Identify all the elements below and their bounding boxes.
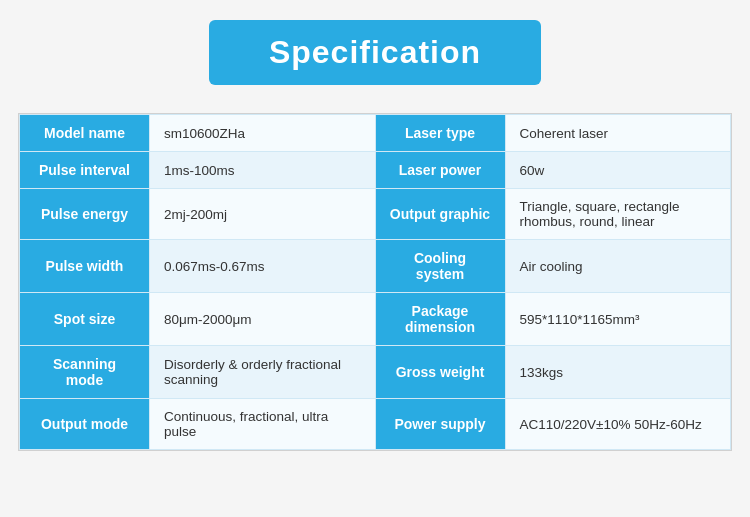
spec-table-container: Model namesm10600ZHaLaser typeCoherent l… xyxy=(18,113,732,451)
right-label-cell: Package dimension xyxy=(375,293,505,346)
right-value-cell: AC110/220V±10% 50Hz-60Hz xyxy=(505,399,731,450)
left-label-cell: Scanning mode xyxy=(20,346,150,399)
left-label-cell: Model name xyxy=(20,115,150,152)
table-row: Pulse width0.067ms-0.67msCooling systemA… xyxy=(20,240,731,293)
right-label-cell: Gross weight xyxy=(375,346,505,399)
title-section: Specification xyxy=(0,20,750,85)
left-label-cell: Pulse interval xyxy=(20,152,150,189)
right-value-cell: Air cooling xyxy=(505,240,731,293)
left-value-cell: 2mj-200mj xyxy=(150,189,376,240)
left-value-cell: Continuous, fractional, ultra pulse xyxy=(150,399,376,450)
page-wrapper: Specification Model namesm10600ZHaLaser … xyxy=(0,0,750,471)
left-value-cell: Disorderly & orderly fractional scanning xyxy=(150,346,376,399)
right-label-cell: Laser type xyxy=(375,115,505,152)
table-row: Pulse energy2mj-200mjOutput graphicTrian… xyxy=(20,189,731,240)
right-value-cell: Triangle, square, rectangle rhombus, rou… xyxy=(505,189,731,240)
left-label-cell: Spot size xyxy=(20,293,150,346)
left-label-cell: Output mode xyxy=(20,399,150,450)
right-value-cell: 60w xyxy=(505,152,731,189)
left-value-cell: sm10600ZHa xyxy=(150,115,376,152)
table-row: Output modeContinuous, fractional, ultra… xyxy=(20,399,731,450)
table-row: Model namesm10600ZHaLaser typeCoherent l… xyxy=(20,115,731,152)
right-value-cell: Coherent laser xyxy=(505,115,731,152)
table-row: Scanning modeDisorderly & orderly fracti… xyxy=(20,346,731,399)
right-value-cell: 595*1110*1165mm³ xyxy=(505,293,731,346)
table-row: Pulse interval1ms-100msLaser power60w xyxy=(20,152,731,189)
right-value-cell: 133kgs xyxy=(505,346,731,399)
table-row: Spot size80μm-2000μmPackage dimension595… xyxy=(20,293,731,346)
left-value-cell: 0.067ms-0.67ms xyxy=(150,240,376,293)
right-label-cell: Power supply xyxy=(375,399,505,450)
left-value-cell: 1ms-100ms xyxy=(150,152,376,189)
left-value-cell: 80μm-2000μm xyxy=(150,293,376,346)
page-title: Specification xyxy=(209,20,541,85)
spec-table: Model namesm10600ZHaLaser typeCoherent l… xyxy=(19,114,731,450)
right-label-cell: Cooling system xyxy=(375,240,505,293)
right-label-cell: Output graphic xyxy=(375,189,505,240)
left-label-cell: Pulse width xyxy=(20,240,150,293)
right-label-cell: Laser power xyxy=(375,152,505,189)
left-label-cell: Pulse energy xyxy=(20,189,150,240)
